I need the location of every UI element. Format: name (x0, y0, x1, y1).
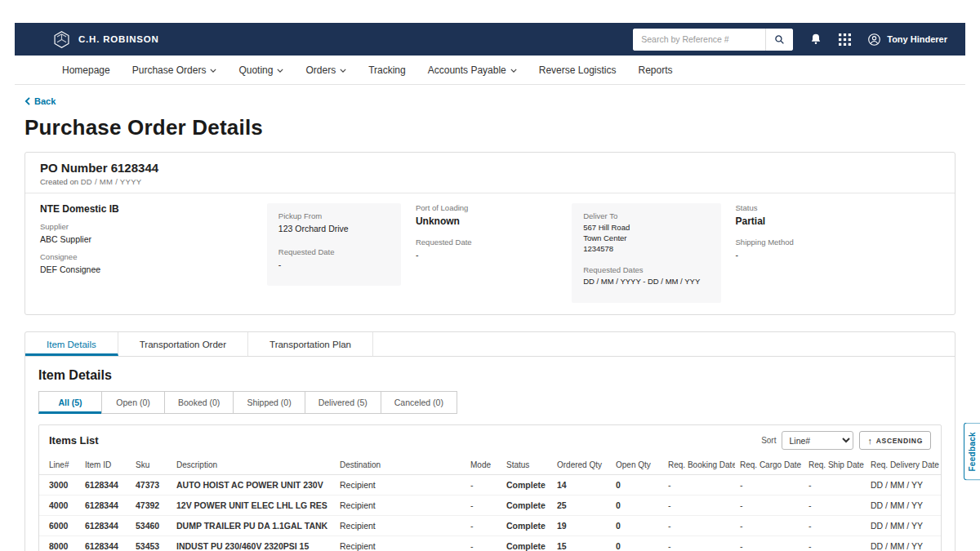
cell: AUTO HOIST AC POWER UNIT 230V (172, 475, 335, 495)
cell: 8000 (39, 536, 80, 551)
requested-dates-value: DD / MM / YYYY - DD / MM / YYY (583, 277, 709, 287)
apps-grid-icon (839, 33, 851, 46)
table-row[interactable]: 3000612834447373AUTO HOIST AC POWER UNIT… (39, 475, 941, 495)
cell: DD / MM / YY (866, 495, 941, 516)
page: C.H. ROBINSON (0, 0, 980, 551)
column-header-req-delivery-date[interactable]: Req. Delivery Date (866, 455, 941, 475)
cell: DD / MM / YY (866, 536, 941, 551)
nav-item-purchase-orders[interactable]: Purchase Orders (132, 64, 217, 76)
filter-tab-booked-0[interactable]: Booked (0) (164, 391, 234, 414)
cell: - (466, 536, 501, 551)
filter-tab-all-5[interactable]: All (5) (38, 391, 102, 414)
shipping-method-label: Shipping Method (736, 238, 925, 247)
nav-item-reverse-logistics[interactable]: Reverse Logistics (539, 64, 617, 76)
filter-tab-canceled-0[interactable]: Canceled (0) (381, 391, 457, 414)
column-header-status[interactable]: Status (501, 455, 552, 475)
port-of-loading-label: Port of Loading (416, 203, 557, 212)
cell: 14 (552, 475, 611, 495)
column-header-req-ship-date[interactable]: Req. Ship Date (804, 455, 866, 475)
nav-item-quoting[interactable]: Quoting (238, 64, 283, 76)
requested-date-pickup-value: - (278, 259, 390, 270)
user-name: Tony Hinderer (887, 34, 947, 44)
filter-tab-delivered-5[interactable]: Delivered (5) (305, 391, 381, 414)
sort-direction-label: ASCENDING (876, 437, 923, 445)
nav-item-orders[interactable]: Orders (305, 64, 346, 76)
cell: - (466, 516, 501, 536)
bell-icon (809, 33, 822, 46)
nav-item-tracking[interactable]: Tracking (368, 64, 406, 76)
table-row[interactable]: 6000612834453460DUMP TRAILER PU DA 1.1GA… (39, 516, 941, 536)
table-row[interactable]: 8000612834453453INDUST PU 230/460V 2320P… (39, 536, 941, 551)
cell: 3000 (39, 475, 80, 495)
column-header-open-qty[interactable]: Open Qty (611, 455, 663, 475)
nav-item-label: Accounts Payable (428, 64, 506, 76)
po-col-status: Status Partial Shipping Method - (736, 203, 940, 303)
nav-item-label: Orders (305, 64, 336, 76)
po-col-pickup: Pickup From 123 Orchard Drive Requested … (267, 203, 401, 286)
status-label: Status (736, 203, 925, 212)
tab-transportation-order[interactable]: Transportation Order (118, 332, 248, 356)
feedback-button[interactable]: Feedback (964, 423, 980, 481)
chevron-down-icon (340, 69, 346, 73)
column-header-item-id[interactable]: Item ID (80, 455, 131, 475)
consignee-value: DEF Consignee (40, 264, 252, 275)
apps-menu-button[interactable] (839, 33, 851, 46)
cell: - (804, 536, 866, 551)
column-header-ordered-qty[interactable]: Ordered Qty (552, 455, 611, 475)
chevron-down-icon (210, 69, 216, 73)
column-header-sku[interactable]: Sku (131, 455, 172, 475)
column-header-description[interactable]: Description (172, 455, 335, 475)
column-header-destination[interactable]: Destination (335, 455, 466, 475)
po-number: PO Number 6128344 (40, 161, 940, 175)
brand[interactable]: C.H. ROBINSON (52, 30, 159, 49)
deliver-to-label: Deliver To (583, 211, 709, 220)
item-details-heading: Item Details (38, 368, 942, 383)
cell: - (804, 475, 866, 495)
tab-transportation-plan[interactable]: Transportation Plan (248, 332, 373, 356)
back-link[interactable]: Back (24, 96, 56, 106)
deliver-to-line3: 1234578 (583, 244, 709, 255)
po-summary-card: PO Number 6128344 Created on DD / MM / Y… (24, 152, 956, 315)
table-row[interactable]: 400061283444739212V POWER UNIT ELEC LHL … (39, 495, 941, 516)
filter-tab-open-0[interactable]: Open (0) (101, 391, 165, 414)
cell: 47373 (131, 475, 172, 495)
supplier-label: Supplier (40, 222, 252, 231)
top-navbar: C.H. ROBINSON (15, 23, 965, 56)
search-input[interactable] (633, 29, 765, 51)
cell: 0 (611, 516, 663, 536)
search-button[interactable] (765, 29, 793, 51)
column-header-req-booking-date[interactable]: Req. Booking Date (663, 455, 735, 475)
cell: 19 (552, 516, 611, 536)
notifications-button[interactable] (809, 33, 822, 46)
sort-select[interactable]: Line# (782, 431, 853, 450)
items-table-head-row: Line#Item IDSkuDescriptionDestinationMod… (39, 455, 941, 475)
brand-name: C.H. ROBINSON (78, 34, 159, 44)
po-col-parties: NTE Domestic IB Supplier ABC Supplier Co… (40, 203, 267, 303)
nav-item-reports[interactable]: Reports (639, 64, 673, 76)
cell: Complete (501, 475, 552, 495)
nav-item-accounts-payable[interactable]: Accounts Payable (428, 64, 517, 76)
column-header-line[interactable]: Line# (39, 455, 80, 475)
created-on-label: Created on (40, 177, 78, 186)
sort-controls: Sort Line# ↑ ASCENDING (761, 431, 931, 450)
cell: 4000 (39, 495, 80, 516)
nav-item-homepage[interactable]: Homepage (62, 64, 110, 76)
column-header-mode[interactable]: Mode (466, 455, 501, 475)
tab-item-details[interactable]: Item Details (25, 332, 118, 356)
nav-item-label: Quoting (238, 64, 273, 76)
requested-dates-label: Requested Dates (583, 265, 709, 274)
cell: 0 (611, 475, 663, 495)
filter-tab-shipped-0[interactable]: Shipped (0) (233, 391, 305, 414)
user-menu[interactable]: Tony Hinderer (867, 33, 947, 47)
cell: - (663, 516, 735, 536)
cell: 0 (611, 495, 663, 516)
pickup-from-label: Pickup From (278, 211, 390, 220)
port-of-loading-value: Unknown (416, 215, 557, 228)
consignee-label: Consignee (40, 252, 252, 261)
sort-direction-button[interactable]: ↑ ASCENDING (859, 431, 931, 450)
cell: 53453 (131, 536, 172, 551)
nav-item-label: Tracking (368, 64, 406, 76)
main-nav: HomepagePurchase OrdersQuotingOrdersTrac… (15, 56, 965, 85)
column-header-req-cargo-date[interactable]: Req. Cargo Date (735, 455, 804, 475)
cell: 25 (552, 495, 611, 516)
